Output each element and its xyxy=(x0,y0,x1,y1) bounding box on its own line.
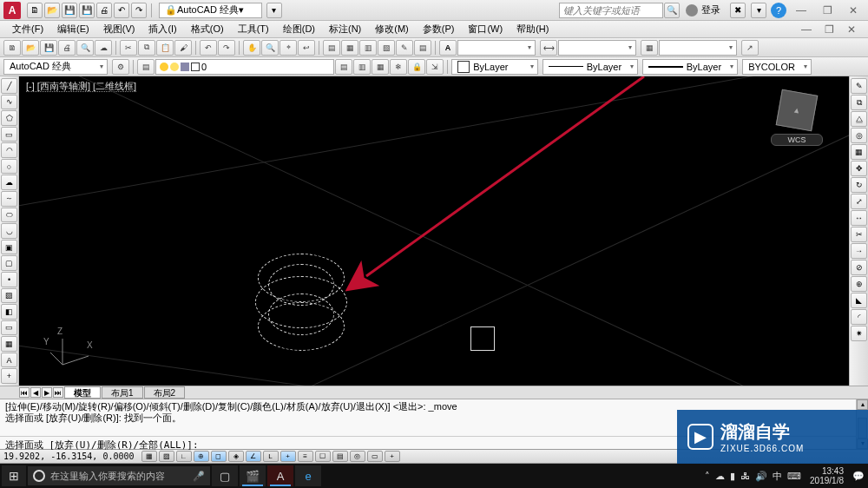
menu-format[interactable]: 格式(O) xyxy=(184,23,231,36)
wcs-badge[interactable]: WCS xyxy=(771,134,823,146)
tablestyle-icon[interactable]: ▦ xyxy=(641,40,658,56)
markup-icon[interactable]: ✎ xyxy=(396,40,413,56)
redo-icon[interactable]: ↷ xyxy=(218,40,235,56)
layeroff-icon[interactable]: ▦ xyxy=(372,59,389,75)
rotate-icon[interactable]: ↻ xyxy=(851,177,867,193)
menu-view[interactable]: 视图(V) xyxy=(96,23,142,36)
dropdown-icon[interactable]: ▾ xyxy=(751,3,766,18)
layermcur-icon[interactable]: ⇲ xyxy=(426,59,444,75)
match-icon[interactable]: 🖌 xyxy=(174,40,192,56)
region-icon[interactable]: ▭ xyxy=(1,320,17,336)
properties-icon[interactable]: ▤ xyxy=(323,40,340,56)
color-dropdown[interactable]: ByLayer xyxy=(451,59,538,75)
qat-saveas-icon[interactable]: 💾 xyxy=(79,3,95,18)
menu-window[interactable]: 窗口(W) xyxy=(461,23,510,36)
help-search-input[interactable] xyxy=(559,3,663,18)
tab-layout1[interactable]: 布局1 xyxy=(102,386,143,399)
zoom-window-icon[interactable]: ⌖ xyxy=(279,40,297,56)
linetype-dropdown[interactable]: ByLayer xyxy=(542,59,638,75)
search-go-icon[interactable]: 🔍 xyxy=(664,3,680,18)
window-close-button[interactable]: ✕ xyxy=(842,3,865,18)
doc-minimize-button[interactable]: — xyxy=(795,22,818,37)
tray-notifications-icon[interactable]: 💬 xyxy=(852,471,865,482)
exchange-icon[interactable]: ✖ xyxy=(730,3,746,18)
fillet-icon[interactable]: ◜ xyxy=(851,309,867,325)
tray-ime-icon[interactable]: 中 xyxy=(773,470,782,483)
tab-nav-next[interactable]: ▶ xyxy=(42,387,52,398)
menu-modify[interactable]: 修改(M) xyxy=(368,23,416,36)
offset-icon[interactable]: ◎ xyxy=(851,128,867,143)
layeriso-icon[interactable]: ▥ xyxy=(353,59,371,75)
workspace-dropdown[interactable]: 🔒 AutoCAD 经典 ▾ xyxy=(159,3,262,18)
taskview-icon[interactable]: ▢ xyxy=(212,465,238,486)
layerfrz-icon[interactable]: ❄ xyxy=(390,59,407,75)
insert-icon[interactable]: ▣ xyxy=(1,240,17,255)
print-icon[interactable]: 🖨 xyxy=(58,40,76,56)
taskbar-clock[interactable]: 13:43 2019/1/8 xyxy=(806,466,847,485)
menu-edit[interactable]: 编辑(E) xyxy=(50,23,96,36)
plotstyle-dropdown[interactable]: BYCOLOR xyxy=(742,59,812,75)
ws-settings-icon[interactable]: ⚙ xyxy=(112,59,129,75)
spline-icon[interactable]: ～ xyxy=(1,191,17,207)
layerprop-icon[interactable]: ▤ xyxy=(137,59,155,75)
stretch-icon[interactable]: ↔ xyxy=(851,210,867,226)
taskbar-search[interactable]: 在这里输入你要搜索的内容 🎤 xyxy=(28,466,210,485)
trim-icon[interactable]: ✂ xyxy=(851,227,867,242)
block-icon[interactable]: ▢ xyxy=(1,255,17,271)
menu-help[interactable]: 帮助(H) xyxy=(510,23,556,36)
break-icon[interactable]: ⊘ xyxy=(851,260,867,275)
tab-model[interactable]: 模型 xyxy=(64,386,101,399)
qat-more-icon[interactable]: ▾ xyxy=(266,3,282,18)
mirror-icon[interactable]: ⧋ xyxy=(851,111,867,127)
rectangle-icon[interactable]: ▭ xyxy=(1,127,17,142)
dimstyle-dropdown[interactable] xyxy=(558,40,636,56)
new-icon[interactable]: 🗎 xyxy=(3,40,21,56)
pline-icon[interactable]: ∿ xyxy=(1,95,17,110)
taskbar-app-1[interactable]: 🎬 xyxy=(240,465,266,486)
sheetset-icon[interactable]: ▧ xyxy=(378,40,395,56)
menu-tools[interactable]: 工具(T) xyxy=(231,23,276,36)
tray-network-icon[interactable]: 🖧 xyxy=(740,471,750,481)
explode-icon[interactable]: ✷ xyxy=(851,326,867,341)
tray-keyboard-icon[interactable]: ⌨ xyxy=(787,471,801,482)
extend-icon[interactable]: → xyxy=(851,243,867,259)
revcloud-icon[interactable]: ☁ xyxy=(1,175,17,190)
join-icon[interactable]: ⊕ xyxy=(851,276,867,292)
polygon-icon[interactable]: ⬠ xyxy=(1,110,17,126)
window-minimize-button[interactable]: — xyxy=(790,3,812,18)
workspace-dropdown-2[interactable]: AutoCAD 经典 xyxy=(3,59,108,75)
taskbar-app-autocad[interactable]: A xyxy=(267,465,293,486)
hatch-icon[interactable]: ▨ xyxy=(1,288,17,304)
erase-icon[interactable]: ✎ xyxy=(851,78,867,94)
addselected-icon[interactable]: + xyxy=(1,368,17,384)
cut-icon[interactable]: ✂ xyxy=(120,40,137,56)
qat-redo-icon[interactable]: ↷ xyxy=(131,3,147,18)
tab-layout2[interactable]: 布局2 xyxy=(144,386,186,399)
layerlck-icon[interactable]: 🔒 xyxy=(408,59,425,75)
point-icon[interactable]: • xyxy=(1,272,17,287)
textstyle-icon[interactable]: A xyxy=(439,40,457,56)
pan-icon[interactable]: ✋ xyxy=(243,40,260,56)
start-button[interactable]: ⊞ xyxy=(2,465,26,486)
mtext-icon[interactable]: A xyxy=(1,353,17,368)
window-restore-button[interactable]: ❐ xyxy=(816,3,838,18)
viewport-label[interactable]: [-] [西南等轴测] [二维线框] xyxy=(26,80,136,93)
tab-nav-prev[interactable]: ◀ xyxy=(30,387,41,398)
menu-draw[interactable]: 绘图(D) xyxy=(276,23,322,36)
mleaderstyle-icon[interactable]: ↗ xyxy=(741,40,759,56)
tray-volume-icon[interactable]: 🔊 xyxy=(755,471,767,482)
menu-file[interactable]: 文件(F) xyxy=(5,23,50,36)
designcenter-icon[interactable]: ▦ xyxy=(341,40,358,56)
help-icon[interactable]: ? xyxy=(771,3,786,18)
tab-nav-first[interactable]: ⏮ xyxy=(19,387,30,398)
viewcube[interactable]: ▲ WCS xyxy=(771,92,823,146)
table-icon[interactable]: ▦ xyxy=(1,336,17,352)
undo-icon[interactable]: ↶ xyxy=(200,40,217,56)
qat-open-icon[interactable]: 📂 xyxy=(44,3,60,18)
menu-parametric[interactable]: 参数(P) xyxy=(416,23,462,36)
tray-onedrive-icon[interactable]: ☁ xyxy=(715,471,725,482)
menu-insert[interactable]: 插入(I) xyxy=(141,23,183,36)
toolpalette-icon[interactable]: ▥ xyxy=(359,40,377,56)
tray-battery-icon[interactable]: ▮ xyxy=(730,471,735,482)
dimstyle-icon[interactable]: ⟷ xyxy=(540,40,557,56)
